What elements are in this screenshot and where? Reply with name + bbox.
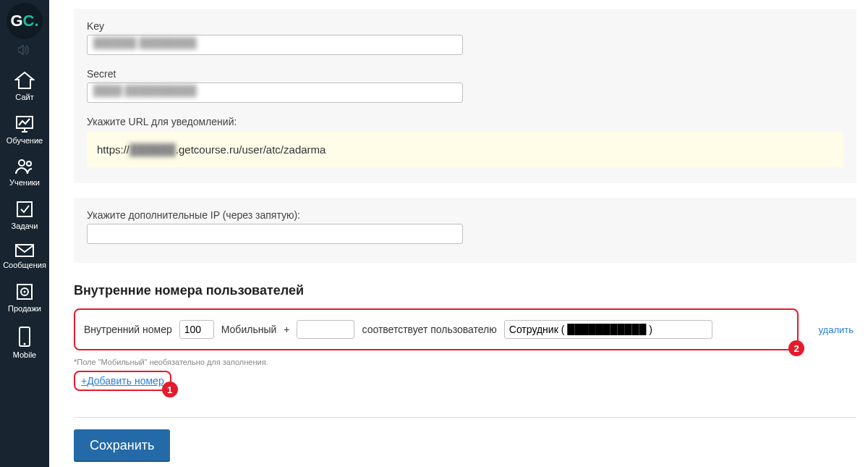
svg-rect-4	[16, 245, 33, 256]
url-label: Укажите URL для уведомлений:	[87, 116, 843, 127]
volume-icon[interactable]	[18, 45, 31, 58]
logo-g: G	[10, 12, 22, 30]
sidebar-item-tasks[interactable]: Задачи	[0, 194, 49, 237]
svg-point-9	[24, 343, 26, 345]
svg-rect-3	[17, 202, 32, 216]
sidebar-item-mobile[interactable]: Mobile	[0, 320, 49, 366]
add-number-callout: +Добавить номер 1	[74, 371, 171, 391]
secret-input[interactable]: ████ ██████████	[87, 83, 463, 103]
maps-to-label: соответствует пользователю	[362, 324, 496, 335]
main-content: Key ██████ ████████ Secret ████ ████████…	[49, 0, 868, 467]
internal-numbers-title: Внутренние номера пользователей	[74, 283, 856, 298]
callout-badge-2: 2	[788, 340, 804, 356]
logo-c: C	[23, 12, 35, 30]
sidebar-label: Продажи	[8, 304, 41, 313]
save-button[interactable]: Сохранить	[74, 429, 170, 462]
mobile-label: Мобильный	[221, 324, 277, 335]
users-icon	[14, 158, 35, 175]
add-number-link[interactable]: +Добавить номер	[81, 375, 164, 387]
mobile-input[interactable]	[297, 320, 354, 339]
key-label: Key	[87, 20, 843, 32]
secret-label: Secret	[87, 68, 843, 80]
internal-number-label: Внутренний номер	[84, 324, 172, 335]
sidebar-item-site[interactable]: Сайт	[0, 65, 49, 109]
mobile-prefix: +	[284, 324, 289, 335]
sidebar-label: Сообщения	[3, 261, 46, 269]
logo-dot: .	[34, 12, 38, 30]
sidebar-item-messages[interactable]: Сообщения	[0, 237, 49, 277]
sidebar: GC. Сайт Обучение Ученики Задачи Сообщен…	[0, 0, 49, 467]
safe-icon	[15, 282, 34, 301]
sidebar-label: Ученики	[9, 178, 40, 187]
notification-url-box: https://██████.getcourse.ru/user/atc/zad…	[87, 132, 843, 167]
add-number-label: Добавить номер	[87, 375, 163, 387]
sidebar-item-students[interactable]: Ученики	[0, 152, 49, 194]
logo[interactable]: GC.	[7, 3, 43, 39]
ip-input[interactable]	[87, 224, 463, 244]
phone-icon	[17, 326, 32, 348]
sidebar-item-sales[interactable]: Продажи	[0, 277, 49, 320]
sidebar-label: Сайт	[15, 93, 33, 101]
user-input[interactable]	[504, 320, 712, 339]
callout-badge-1: 1	[162, 382, 178, 397]
ip-label: Укажите дополнительные IP (через запятую…	[87, 209, 843, 221]
plus-icon: +	[81, 375, 87, 387]
internal-number-input[interactable]	[179, 320, 214, 339]
separator	[74, 417, 856, 418]
sidebar-label: Задачи	[12, 222, 38, 230]
url-suffix: .getcourse.ru/user/atc/zadarma	[176, 143, 326, 156]
key-value-hidden: ██████ ████████	[93, 37, 197, 49]
check-icon	[15, 200, 34, 219]
chart-icon	[14, 114, 35, 133]
svg-point-7	[24, 291, 26, 293]
mail-icon	[14, 243, 35, 258]
url-prefix: https://	[97, 143, 129, 156]
svg-point-2	[27, 161, 31, 166]
number-row: Внутренний номер Мобильный + соответству…	[74, 308, 799, 350]
svg-point-1	[19, 160, 25, 166]
sidebar-label: Mobile	[13, 350, 36, 359]
home-icon	[14, 71, 35, 90]
sidebar-item-training[interactable]: Обучение	[0, 109, 49, 152]
sidebar-label: Обучение	[7, 136, 43, 145]
key-input[interactable]: ██████ ████████	[87, 35, 463, 55]
url-hidden: ██████	[129, 143, 176, 156]
secret-value-hidden: ████ ██████████	[93, 85, 197, 96]
delete-link[interactable]: удалить	[819, 324, 854, 335]
mobile-optional-note: *Поле "Мобильный" необязательно для запо…	[74, 358, 856, 366]
